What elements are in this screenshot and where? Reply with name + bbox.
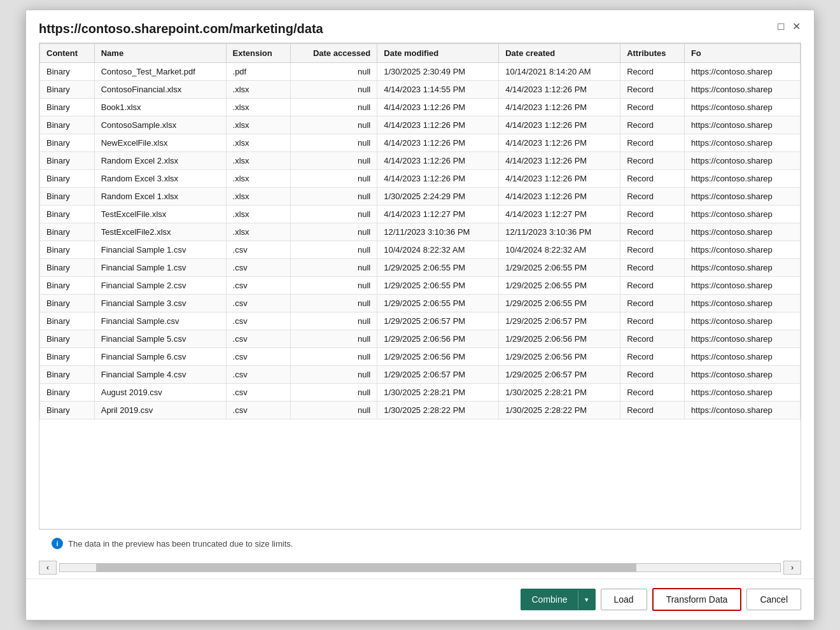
table-cell: Record — [620, 116, 685, 134]
table-cell: 10/4/2024 8:22:32 AM — [377, 241, 499, 259]
table-row: BinaryContosoFinancial.xlsx.xlsxnull4/14… — [40, 81, 801, 99]
table-cell: 1/30/2025 2:28:22 PM — [499, 402, 620, 419]
table-cell: Financial Sample 1.csv — [94, 259, 226, 277]
table-cell: ContosoSample.xlsx — [94, 116, 226, 134]
table-cell: August 2019.csv — [94, 384, 226, 402]
restore-button[interactable]: ☐ — [776, 22, 786, 32]
table-cell: Financial Sample 2.csv — [94, 277, 226, 295]
table-cell: .xlsx — [226, 99, 291, 116]
table-cell: null — [291, 99, 377, 116]
table-cell: 10/4/2024 8:22:32 AM — [499, 241, 620, 259]
table-cell: 1/30/2025 2:24:29 PM — [377, 188, 499, 206]
table-cell: 1/30/2025 2:28:21 PM — [499, 384, 620, 402]
table-cell: 1/29/2025 2:06:57 PM — [377, 312, 499, 330]
table-cell: Random Excel 2.xlsx — [94, 152, 226, 170]
table-cell: 1/29/2025 2:06:55 PM — [377, 259, 499, 277]
table-cell: null — [291, 81, 377, 99]
table-cell: Binary — [40, 188, 95, 206]
transform-data-button[interactable]: Transform Data — [652, 588, 742, 611]
table-cell: Binary — [40, 116, 95, 134]
table-cell: Binary — [40, 295, 95, 312]
table-cell: https://contoso.sharep — [684, 206, 800, 223]
table-cell: 4/14/2023 1:12:26 PM — [377, 99, 499, 116]
info-bar: i The data in the preview has been trunc… — [39, 529, 801, 557]
data-table-container: ContentNameExtensionDate accessedDate mo… — [39, 43, 801, 529]
table-cell: 4/14/2023 1:12:26 PM — [499, 170, 620, 188]
table-cell: https://contoso.sharep — [684, 99, 800, 116]
table-cell: https://contoso.sharep — [684, 366, 800, 384]
combine-button[interactable]: Combine ▾ — [521, 589, 595, 610]
table-cell: null — [291, 134, 377, 152]
table-cell: 10/14/2021 8:14:20 AM — [499, 63, 620, 81]
table-cell: Record — [620, 63, 685, 81]
horizontal-scrollbar[interactable]: ‹ › — [26, 557, 814, 578]
scrollbar-thumb[interactable] — [96, 564, 636, 571]
table-row: BinaryFinancial Sample.csv.csvnull1/29/2… — [40, 312, 801, 330]
col-header-extension: Extension — [226, 44, 291, 63]
table-cell: https://contoso.sharep — [684, 152, 800, 170]
table-cell: Record — [620, 188, 685, 206]
close-button[interactable]: ✕ — [791, 22, 801, 32]
table-row: BinaryContosoSample.xlsx.xlsxnull4/14/20… — [40, 116, 801, 134]
table-cell: Contoso_Test_Market.pdf — [94, 63, 226, 81]
table-cell: null — [291, 188, 377, 206]
table-cell: Record — [620, 223, 685, 241]
table-cell: .xlsx — [226, 206, 291, 223]
table-cell: https://contoso.sharep — [684, 277, 800, 295]
table-cell: https://contoso.sharep — [684, 348, 800, 366]
table-cell: null — [291, 152, 377, 170]
table-cell: NewExcelFile.xlsx — [94, 134, 226, 152]
info-message: The data in the preview has been truncat… — [68, 539, 293, 549]
table-cell: Financial Sample.csv — [94, 312, 226, 330]
table-cell: https://contoso.sharep — [684, 63, 800, 81]
table-cell: Record — [620, 99, 685, 116]
table-cell: 4/14/2023 1:12:26 PM — [499, 152, 620, 170]
scroll-left-button[interactable]: ‹ — [39, 561, 57, 575]
table-cell: 4/14/2023 1:12:26 PM — [377, 170, 499, 188]
table-cell: .csv — [226, 259, 291, 277]
table-cell: .xlsx — [226, 223, 291, 241]
table-cell: 1/30/2025 2:30:49 PM — [377, 63, 499, 81]
table-cell: 1/29/2025 2:06:55 PM — [499, 295, 620, 312]
window-controls: ☐ ✕ — [776, 22, 801, 32]
title-bar: https://contoso.sharepoint.com/marketing… — [26, 10, 814, 43]
load-button[interactable]: Load — [601, 589, 647, 610]
table-scroll-area[interactable]: ContentNameExtensionDate accessedDate mo… — [39, 43, 801, 419]
table-cell: 4/14/2023 1:12:26 PM — [499, 81, 620, 99]
table-cell: Binary — [40, 384, 95, 402]
table-cell: null — [291, 241, 377, 259]
table-cell: Record — [620, 170, 685, 188]
table-cell: Record — [620, 402, 685, 419]
table-cell: Financial Sample 5.csv — [94, 330, 226, 348]
table-cell: https://contoso.sharep — [684, 402, 800, 419]
table-cell: Binary — [40, 63, 95, 81]
table-header-row: ContentNameExtensionDate accessedDate mo… — [40, 44, 801, 63]
table-cell: April 2019.csv — [94, 402, 226, 419]
combine-button-label: Combine — [521, 589, 577, 610]
table-cell: .csv — [226, 330, 291, 348]
table-row: BinaryApril 2019.csv.csvnull1/30/2025 2:… — [40, 402, 801, 419]
table-cell: Record — [620, 384, 685, 402]
table-row: BinaryFinancial Sample 3.csv.csvnull1/29… — [40, 295, 801, 312]
dialog: https://contoso.sharepoint.com/marketing… — [25, 10, 815, 620]
scrollbar-track[interactable] — [59, 563, 781, 572]
table-cell: https://contoso.sharep — [684, 295, 800, 312]
table-cell: null — [291, 223, 377, 241]
table-cell: null — [291, 348, 377, 366]
table-cell: 4/14/2023 1:12:26 PM — [499, 134, 620, 152]
table-cell: 4/14/2023 1:12:27 PM — [377, 206, 499, 223]
combine-dropdown-arrow[interactable]: ▾ — [578, 591, 595, 609]
table-cell: Record — [620, 295, 685, 312]
table-cell: https://contoso.sharep — [684, 116, 800, 134]
table-cell: https://contoso.sharep — [684, 223, 800, 241]
cancel-button[interactable]: Cancel — [746, 589, 801, 610]
scroll-right-button[interactable]: › — [783, 561, 801, 575]
table-row: BinaryNewExcelFile.xlsx.xlsxnull4/14/202… — [40, 134, 801, 152]
table-cell: 4/14/2023 1:12:26 PM — [499, 116, 620, 134]
table-row: BinaryFinancial Sample 1.csv.csvnull10/4… — [40, 241, 801, 259]
table-cell: ContosoFinancial.xlsx — [94, 81, 226, 99]
table-cell: https://contoso.sharep — [684, 241, 800, 259]
table-cell: https://contoso.sharep — [684, 384, 800, 402]
table-cell: .xlsx — [226, 170, 291, 188]
table-row: BinaryBook1.xlsx.xlsxnull4/14/2023 1:12:… — [40, 99, 801, 116]
